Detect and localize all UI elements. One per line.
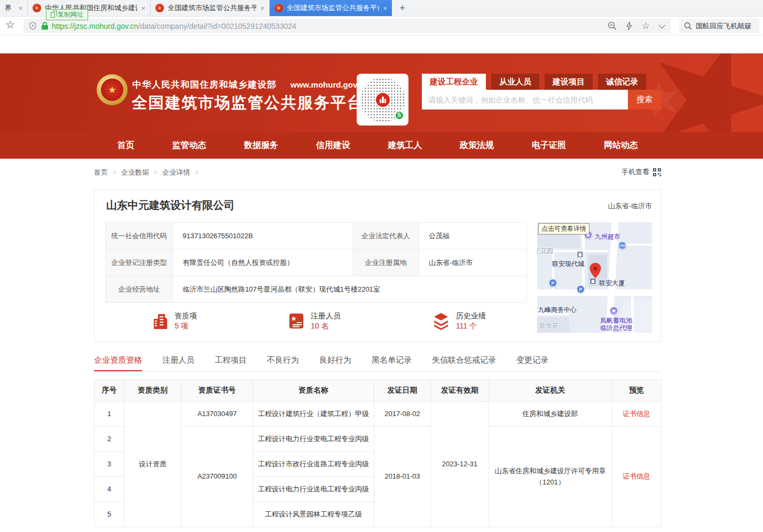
legal-rep-label: 企业法定代表人 bbox=[353, 223, 419, 249]
reg-type-value: 有限责任公司（自然人投资或控股） bbox=[173, 249, 353, 276]
shield-icon[interactable] bbox=[29, 22, 37, 30]
cert-no-cell: A237009100 bbox=[182, 427, 253, 527]
qual-name-cell: 工程设计电力行业送电工程专业丙级 bbox=[253, 477, 374, 502]
mobile-view-label: 手机查看 bbox=[622, 167, 649, 177]
map-label: 新华苑 bbox=[539, 322, 559, 331]
nav-item-home[interactable]: 首页 bbox=[117, 140, 134, 151]
table-row: 企业经营地址 临沂市兰山区陶然路107号星河晶都（联安）现代城1号楼2201室 bbox=[106, 276, 527, 303]
tab-registered-personnel[interactable]: 注册人员 bbox=[162, 355, 194, 371]
map-label: 纪花园 bbox=[537, 247, 553, 256]
close-icon[interactable]: × bbox=[141, 4, 145, 12]
stat-registered-personnel: 注册人员10 名 bbox=[288, 311, 341, 331]
close-icon[interactable]: × bbox=[18, 4, 22, 12]
browser-tab-jzsc[interactable]: ★ 全国建筑市场监管公共服务平台 × bbox=[151, 0, 270, 16]
reg-region-label: 企业注册属地 bbox=[353, 249, 419, 276]
url-path: /data/company/detail?id=0021052912405330… bbox=[138, 22, 296, 30]
search-tab-project[interactable]: 建设项目 bbox=[545, 74, 593, 90]
breadcrumb: 首页 > 企业数据 > 企业详情 > bbox=[94, 168, 199, 177]
nav-item-data-service[interactable]: 数据服务 bbox=[244, 140, 278, 151]
breadcrumb-separator: > bbox=[195, 169, 199, 176]
person-book-icon bbox=[288, 312, 305, 330]
stat-value: 10 名 bbox=[311, 321, 341, 331]
nav-item-workers[interactable]: 建筑工人 bbox=[388, 140, 422, 151]
table-header-row: 序号 资质类别 资质证书号 资质名称 发证日期 发证有效期 发证机关 预览 bbox=[95, 380, 662, 402]
layers-icon bbox=[432, 312, 450, 330]
tab-bad-behavior[interactable]: 不良行为 bbox=[267, 355, 299, 371]
qr-pattern: S bbox=[360, 77, 405, 122]
detail-tabs: 企业资质资格 注册人员 工程项目 不良行为 良好行为 黑名单记录 失信联合惩戒记… bbox=[94, 355, 661, 372]
lightning-icon[interactable] bbox=[626, 21, 633, 30]
breadcrumb-company-data[interactable]: 企业数据 bbox=[121, 168, 149, 177]
bookmark-star-icon[interactable]: ☆ bbox=[5, 18, 15, 31]
col-issue-date: 发证日期 bbox=[374, 380, 431, 402]
tab-dishonesty-records[interactable]: 失信联合惩戒记录 bbox=[432, 355, 496, 371]
col-cert-no: 资质证书号 bbox=[182, 380, 253, 402]
search-tab-enterprise[interactable]: 建设工程企业 bbox=[422, 74, 486, 90]
stat-value: 111 个 bbox=[456, 321, 486, 331]
certificate-info-link[interactable]: 证书信息 bbox=[623, 410, 650, 418]
hot-search-text: 国航回应飞机颠簸 bbox=[696, 21, 751, 31]
copy-url-label: 复制网址 bbox=[58, 10, 83, 19]
qr-mini-icon bbox=[653, 168, 661, 176]
copy-icon bbox=[51, 12, 55, 18]
lock-icon bbox=[42, 22, 48, 30]
tab-good-behavior[interactable]: 良好行为 bbox=[319, 355, 351, 371]
nav-item-credit[interactable]: 信用建设 bbox=[316, 140, 350, 151]
breadcrumb-separator: > bbox=[154, 169, 158, 176]
search-icon bbox=[684, 22, 692, 30]
tab-projects[interactable]: 工程项目 bbox=[215, 355, 247, 371]
browser-tab-partial[interactable]: 界 × bbox=[0, 0, 28, 16]
seq-cell: 3 bbox=[95, 452, 124, 477]
tab-change-records[interactable]: 变更记录 bbox=[516, 355, 548, 371]
mobile-view-link[interactable]: 手机查看 bbox=[622, 167, 661, 177]
certificate-info-link[interactable]: 证书信息 bbox=[623, 472, 650, 480]
hot-search-box[interactable]: 国航回应飞机颠簸 bbox=[679, 19, 759, 33]
search-tab-personnel[interactable]: 从业人员 bbox=[491, 74, 539, 90]
keyword-search-input[interactable] bbox=[422, 90, 628, 109]
col-name: 资质名称 bbox=[253, 380, 374, 402]
page: 界 × ★ 中华人民共和国住房和城乡建设 × ★ 全国建筑市场监管公共服务平台 … bbox=[0, 0, 763, 532]
stat-qualifications: 资质项5 项 bbox=[152, 311, 197, 331]
emblem-favicon-icon: ★ bbox=[274, 4, 283, 12]
address-bar[interactable]: https://jzsc.mohurd.gov.cn/data/company/… bbox=[23, 19, 671, 33]
nav-item-e-license[interactable]: 电子证照 bbox=[532, 140, 566, 151]
favorite-star-icon[interactable]: ☆ bbox=[642, 20, 650, 32]
new-tab-button[interactable]: + bbox=[392, 0, 413, 16]
map-label: 九峰商务中心 bbox=[538, 306, 577, 315]
location-map[interactable]: 点击可查看详情 ▣ 九州超市 ATM 纪花园 联安现代城 联安大厦 P P 九峰… bbox=[537, 222, 652, 333]
table-row: 企业登记注册类型 有限责任公司（自然人投资或控股） 企业注册属地 山东省-临沂市 bbox=[106, 249, 527, 276]
emblem-favicon-icon: ★ bbox=[33, 4, 41, 12]
nav-item-supervision[interactable]: 监管动态 bbox=[172, 140, 206, 151]
wechat-icon: S bbox=[395, 111, 404, 120]
address-value: 临沂市兰山区陶然路107号星河晶都（联安）现代城1号楼2201室 bbox=[173, 276, 527, 303]
search-button[interactable]: 搜索 bbox=[628, 90, 661, 109]
qual-name-cell: 工程设计电力行业变电工程专业丙级 bbox=[253, 427, 374, 452]
search-module: 搜索 bbox=[422, 90, 661, 109]
copy-url-tooltip: 复制网址 bbox=[46, 9, 88, 20]
search-tab-credit[interactable]: 诚信记录 bbox=[598, 74, 646, 90]
legal-rep-value: 公茂福 bbox=[419, 223, 527, 249]
seq-cell: 5 bbox=[95, 502, 124, 527]
close-icon[interactable]: × bbox=[260, 4, 264, 12]
close-icon[interactable]: × bbox=[383, 4, 387, 12]
address-bar-actions: ☆ bbox=[608, 19, 664, 33]
search-category-tabs: 建设工程企业 从业人员 建设项目 诚信记录 bbox=[422, 74, 646, 90]
nav-item-site-news[interactable]: 网站动态 bbox=[604, 140, 638, 151]
address-label: 企业经营地址 bbox=[106, 276, 173, 303]
tab-blacklist[interactable]: 黑名单记录 bbox=[372, 355, 412, 371]
url-text: https://jzsc.mohurd.gov.cn/data/company/… bbox=[52, 22, 296, 30]
zoom-out-icon[interactable] bbox=[608, 21, 617, 30]
breadcrumb-home[interactable]: 首页 bbox=[94, 168, 108, 177]
tab-qualifications[interactable]: 企业资质资格 bbox=[94, 355, 142, 371]
tab-title: 界 bbox=[5, 3, 14, 13]
browser-tab-active[interactable]: ★ 全国建筑市场监管公共服务平台 × bbox=[270, 0, 392, 16]
breadcrumb-company-detail[interactable]: 企业详情 bbox=[162, 168, 190, 177]
map-label: 联安大厦 bbox=[599, 279, 625, 288]
nav-item-policy[interactable]: 政策法规 bbox=[460, 140, 494, 151]
parking-poi-icon: P bbox=[549, 279, 557, 287]
map-label: 联安现代城 bbox=[552, 260, 584, 269]
category-cell: 设计资质 bbox=[124, 402, 182, 527]
company-region: 山东省-临沂市 bbox=[608, 201, 652, 211]
building-poi-icon bbox=[577, 251, 584, 258]
seq-cell: 2 bbox=[95, 427, 124, 452]
